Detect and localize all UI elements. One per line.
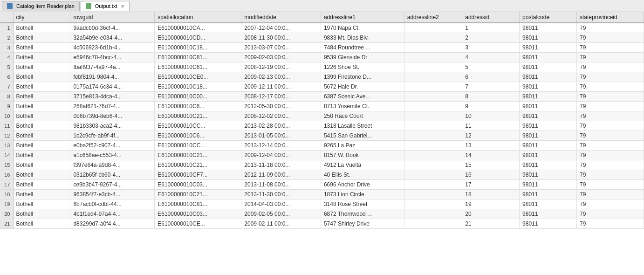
col-header-stateprovinceid: stateprovinceid	[576, 12, 644, 23]
cell-stateprovinceid: 79	[576, 190, 644, 199]
cell-stateprovinceid: 79	[576, 72, 644, 82]
cell-modifieddate: 2013-11-08 00:0...	[241, 180, 321, 190]
close-icon[interactable]: ✕	[121, 4, 124, 9]
cell-addressline2	[404, 23, 462, 33]
cell-postalcode: 98011	[520, 23, 577, 33]
cell-stateprovinceid: 79	[576, 170, 644, 180]
cell-spatiallocation: E6100000010C6...	[155, 131, 241, 141]
cell-rowguid: 1c2c9cfe-ab9f-4f...	[70, 131, 155, 141]
cell-spatiallocation: E6100000010C21...	[155, 111, 241, 121]
cell-addressline1: 1970 Napa Ct.	[321, 23, 404, 33]
plan-tab[interactable]: Catalog Item Reader.plan	[2, 1, 80, 11]
data-table: city rowguid spatiallocation modifieddat…	[0, 12, 644, 229]
col-header-addressid: addressid	[462, 12, 520, 23]
cell-addressid: 1	[462, 23, 520, 33]
cell-stateprovinceid: 79	[576, 199, 644, 209]
cell-postalcode: 98011	[520, 82, 577, 92]
cell-spatiallocation: E6100000010CC...	[155, 141, 241, 151]
cell-modifieddate: 2009-02-05 00:0...	[241, 209, 321, 219]
cell-addressid: 12	[462, 131, 520, 141]
cell-postalcode: 98011	[520, 199, 577, 209]
cell-num: 19	[0, 199, 13, 209]
cell-spatiallocation: E6100000010C21...	[155, 190, 241, 199]
cell-modifieddate: 2008-12-17 00:0...	[241, 92, 321, 102]
output-tab[interactable]: Output.txt ✕	[81, 1, 130, 11]
cell-addressid: 8	[462, 92, 520, 102]
cell-num: 11	[0, 121, 13, 131]
cell-city: Bothell	[13, 180, 70, 190]
cell-postalcode: 98011	[520, 209, 577, 219]
cell-stateprovinceid: 79	[576, 43, 644, 53]
cell-city: Bothell	[13, 141, 70, 151]
cell-city: Bothell	[13, 170, 70, 180]
cell-num: 13	[0, 141, 13, 151]
cell-addressid: 18	[462, 190, 520, 199]
cell-addressline1: 9265 La Paz	[321, 141, 404, 151]
cell-num: 18	[0, 190, 13, 199]
cell-postalcode: 98011	[520, 33, 577, 43]
cell-stateprovinceid: 79	[576, 209, 644, 219]
cell-stateprovinceid: 79	[576, 151, 644, 160]
cell-rowguid: f397e64a-a9d8-4...	[70, 160, 155, 170]
cell-num: 21	[0, 219, 13, 229]
cell-city: Bothell	[13, 23, 70, 33]
cell-addressid: 6	[462, 72, 520, 82]
cell-spatiallocation: E6100000010CE0...	[155, 72, 241, 82]
cell-rowguid: e0ba2f52-c907-4...	[70, 141, 155, 151]
cell-addressid: 3	[462, 43, 520, 53]
cell-num: 5	[0, 62, 13, 72]
cell-addressline1: 5415 San Gabriel...	[321, 131, 404, 141]
cell-num: 16	[0, 170, 13, 180]
col-header-city: city	[13, 12, 70, 23]
cell-stateprovinceid: 79	[576, 131, 644, 141]
cell-addressline1: 4912 La Vuelta	[321, 160, 404, 170]
table-row: 18Bothell963854f7-e3cb-4...E6100000010C2…	[0, 190, 644, 199]
cell-addressline2	[404, 82, 462, 92]
cell-city: Bothell	[13, 82, 70, 92]
cell-addressline1: 9539 Glenside Dr	[321, 53, 404, 62]
cell-city: Bothell	[13, 62, 70, 72]
cell-stateprovinceid: 79	[576, 53, 644, 62]
cell-num: 9	[0, 102, 13, 111]
cell-postalcode: 98011	[520, 92, 577, 102]
cell-addressline2	[404, 151, 462, 160]
cell-stateprovinceid: 79	[576, 141, 644, 151]
table-row: 20Bothell4b1f1ed4-97a4-4...E6100000010C0…	[0, 209, 644, 219]
cell-num: 14	[0, 151, 13, 160]
plan-tab-label: Catalog Item Reader.plan	[16, 3, 75, 9]
cell-rowguid: 268af621-76d7-4...	[70, 102, 155, 111]
cell-modifieddate: 2009-12-04 00:0...	[241, 151, 321, 160]
cell-rowguid: ce9b3b47-9267-4...	[70, 180, 155, 190]
cell-spatiallocation: E6100000010C03...	[155, 180, 241, 190]
cell-modifieddate: 2013-03-07 00:0...	[241, 43, 321, 53]
cell-addressline2	[404, 141, 462, 151]
cell-modifieddate: 2008-12-19 00:0...	[241, 62, 321, 72]
cell-addressline2	[404, 180, 462, 190]
cell-addressline2	[404, 111, 462, 121]
cell-city: Bothell	[13, 209, 70, 219]
cell-addressline2	[404, 199, 462, 209]
table-row: 11Bothell981b3303-aca2-4...E6100000010CC…	[0, 121, 644, 131]
table-row: 4Bothelle5946c78-4bcc-4...E6100000010C81…	[0, 53, 644, 62]
cell-spatiallocation: E6100000010C21...	[155, 160, 241, 170]
table-row: 15Bothellf397e64a-a9d8-4...E6100000010C2…	[0, 160, 644, 170]
table-row: 7Bothell0175a174-6c34-4...E6100000010C18…	[0, 82, 644, 92]
cell-addressline2	[404, 219, 462, 229]
table-row: 1Bothell9aadcb0d-36cf-4...E6100000010CA.…	[0, 23, 644, 33]
cell-addressline1: 250 Race Court	[321, 111, 404, 121]
table-row: 12Bothell1c2c9cfe-ab9f-4f...E6100000010C…	[0, 131, 644, 141]
cell-rowguid: 4c506923-6d1b-4...	[70, 43, 155, 53]
cell-rowguid: 6b7acb0f-cdbf-44...	[70, 199, 155, 209]
cell-city: Bothell	[13, 111, 70, 121]
cell-postalcode: 98011	[520, 190, 577, 199]
cell-addressline2	[404, 170, 462, 180]
cell-modifieddate: 2012-05-30 00:0...	[241, 102, 321, 111]
cell-spatiallocation: E6100000010C18...	[155, 82, 241, 92]
table-row: 13Bothelle0ba2f52-c907-4...E6100000010CC…	[0, 141, 644, 151]
cell-spatiallocation: E6100000010C03...	[155, 209, 241, 219]
cell-city: Bothell	[13, 43, 70, 53]
cell-modifieddate: 2014-04-03 00:0...	[241, 199, 321, 209]
cell-postalcode: 98011	[520, 62, 577, 72]
cell-city: Bothell	[13, 151, 70, 160]
cell-stateprovinceid: 79	[576, 82, 644, 92]
